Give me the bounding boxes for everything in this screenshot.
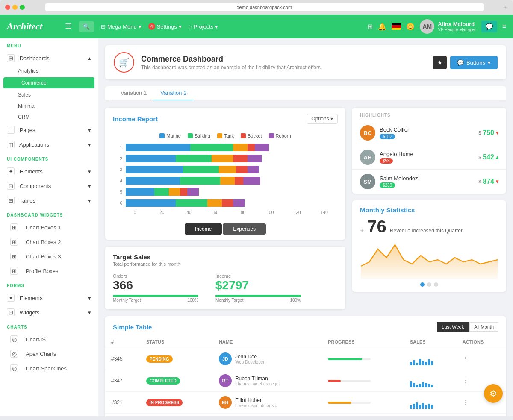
- actions-icon[interactable]: ⋮: [463, 355, 469, 362]
- cell-name: JD John Doe Web Developer: [213, 348, 322, 370]
- star-button[interactable]: ★: [433, 56, 447, 69]
- bar-container: [126, 144, 333, 151]
- simple-table: # Status Name Progress Sales Actions #34…: [105, 336, 506, 416]
- bar-segment: [154, 188, 169, 196]
- highlights-card: HIGHLIGHTS BC Beck Collier $182 $ 750: [352, 108, 506, 194]
- bar-mini-col: [419, 405, 421, 409]
- search-box[interactable]: 🔍: [79, 21, 94, 32]
- chat-button[interactable]: 💬: [481, 21, 497, 32]
- browser-address[interactable]: demo.dashboardpack.com: [45, 3, 484, 11]
- app-body: MENU ⊞ Dashboards ▴ Analytics Commerce S…: [0, 38, 513, 416]
- bar-row: 6: [117, 199, 333, 207]
- sidebar-item-commerce[interactable]: Commerce: [3, 77, 94, 88]
- actions-icon[interactable]: ⋮: [463, 377, 469, 384]
- sidebar-item-chartjs[interactable]: ◎ ChartJS: [0, 332, 98, 347]
- x-axis-label: 0: [121, 210, 148, 215]
- sidebar-item-profile-boxes[interactable]: ⊞ Profile Boxes: [0, 264, 98, 278]
- bar-row: 2: [117, 155, 333, 162]
- mega-menu-nav[interactable]: ⊞ Mega Menu ▾: [101, 23, 142, 30]
- dot-green[interactable]: [20, 5, 25, 10]
- projects-nav[interactable]: ○ Projects ▾: [189, 23, 218, 30]
- bar-row: 4: [117, 177, 333, 185]
- sidebar-item-sales[interactable]: Sales: [0, 89, 98, 100]
- form-elements-icon: ✦: [7, 294, 15, 302]
- name-info: Ruben Tillman Etiam sit amet orci eget: [235, 376, 280, 386]
- highlight-badge-1: $182: [380, 134, 395, 139]
- elements-group-title[interactable]: ✦ Elements ▾: [0, 164, 98, 179]
- dot-red[interactable]: [5, 5, 10, 10]
- expenses-tab[interactable]: Expenses: [223, 223, 266, 235]
- bar-segment: [126, 144, 190, 151]
- sidebar-item-crm[interactable]: CRM: [0, 112, 98, 123]
- sidebar-item-chart-sparklines[interactable]: ◎ Chart Sparklines: [0, 361, 98, 376]
- sidebar-item-apex-charts[interactable]: ◎ Apex Charts: [0, 347, 98, 361]
- form-elements-group-title[interactable]: ✦ Elements ▾: [0, 291, 98, 305]
- chevron-down-icon: ▾: [139, 23, 142, 30]
- actions-icon[interactable]: ⋮: [463, 399, 469, 406]
- sidebar-item-chart-boxes-2[interactable]: ⊞ Chart Boxes 2: [0, 235, 98, 249]
- floating-gear-button[interactable]: ⚙: [484, 384, 503, 403]
- arrow-down-icon-1: ▾: [496, 130, 498, 136]
- sidebar-item-analytics[interactable]: Analytics: [0, 65, 98, 76]
- chevron-down-icon: ▾: [88, 309, 91, 316]
- grid-icon[interactable]: ⊞: [367, 23, 373, 31]
- sidebar-item-minimal[interactable]: Minimal: [0, 100, 98, 112]
- tab-variation-1[interactable]: Variation 1: [114, 86, 153, 100]
- cell-sales: [404, 392, 457, 414]
- carousel-dot-2[interactable]: [427, 282, 431, 287]
- browser-plus-icon[interactable]: +: [504, 3, 508, 11]
- carousel-dot-1[interactable]: [420, 282, 425, 287]
- settings-nav[interactable]: 4 Settings ▾: [148, 23, 182, 30]
- smile-icon[interactable]: 😊: [406, 23, 415, 31]
- applications-group-title[interactable]: ◫ Applications ▾: [0, 137, 98, 152]
- income-tab[interactable]: Income: [185, 223, 222, 235]
- apex-charts-icon: ◎: [10, 350, 18, 358]
- bar-mini-col: [422, 403, 424, 409]
- buttons-button[interactable]: 💬 Buttons ▾: [450, 56, 498, 69]
- tab-variation-2[interactable]: Variation 2: [153, 86, 193, 100]
- bar-mini-col: [419, 359, 421, 365]
- cell-progress: [322, 414, 404, 417]
- cell-actions[interactable]: ⋮: [457, 348, 506, 370]
- carousel-dot-3[interactable]: [434, 282, 438, 287]
- menu-icon[interactable]: ≡: [502, 23, 506, 30]
- user-info[interactable]: AM Alina Mclourd VP People Manager: [420, 19, 476, 34]
- bar-row-label: 6: [117, 201, 122, 206]
- nav-items: ⊞ Mega Menu ▾ 4 Settings ▾ ○ Projects ▾: [101, 23, 218, 30]
- dot-yellow[interactable]: [12, 5, 18, 10]
- bar-mini-col: [419, 384, 421, 387]
- hamburger-icon[interactable]: ☰: [65, 22, 72, 31]
- bar-mini-col: [428, 404, 430, 409]
- cell-status: IN PROGRESS: [140, 392, 213, 414]
- bell-icon[interactable]: 🔔: [378, 23, 386, 31]
- cell-id: #55: [105, 414, 140, 417]
- sidebar-item-chart-boxes-1[interactable]: ⊞ Chart Boxes 1: [0, 220, 98, 235]
- dashboard-icon: ⊞: [7, 54, 15, 62]
- bar-segment: [207, 199, 222, 207]
- bar-row: 3: [117, 166, 333, 173]
- form-widgets-group-title[interactable]: ⊡ Widgets ▾: [0, 305, 98, 320]
- table-header-row: # Status Name Progress Sales Actions: [105, 336, 506, 348]
- filter-all-month[interactable]: All Month: [469, 322, 498, 332]
- bar-mini: [410, 396, 451, 409]
- cell-actions[interactable]: ⋮: [457, 414, 506, 417]
- col-progress: Progress: [322, 336, 404, 348]
- flag-icon[interactable]: [392, 23, 401, 30]
- components-group-title[interactable]: ⊡ Components ▾: [0, 179, 98, 193]
- filter-last-week[interactable]: Last Week: [437, 322, 469, 332]
- bar-mini-col: [425, 383, 427, 387]
- dashboards-group-title[interactable]: ⊞ Dashboards ▴: [0, 51, 98, 65]
- chevron-down-icon: ▾: [88, 141, 91, 148]
- bar-segment: [180, 177, 220, 185]
- bar-mini-col: [431, 385, 433, 387]
- sidebar-item-chart-boxes-3[interactable]: ⊞ Chart Boxes 3: [0, 249, 98, 264]
- progress-mini: [328, 380, 371, 382]
- tables-group-title[interactable]: ⊞ Tables ▾: [0, 193, 98, 208]
- options-button[interactable]: Options ▾: [307, 114, 338, 124]
- bar-segment: [222, 199, 233, 207]
- pages-group-title[interactable]: □ Pages ▾: [0, 123, 98, 137]
- bar-segment: [126, 188, 154, 196]
- table-row: #345PENDING JD John Doe Web Developer ⋮: [105, 348, 506, 370]
- bar-segment: [169, 188, 180, 196]
- tables-group: ⊞ Tables ▾: [0, 193, 98, 208]
